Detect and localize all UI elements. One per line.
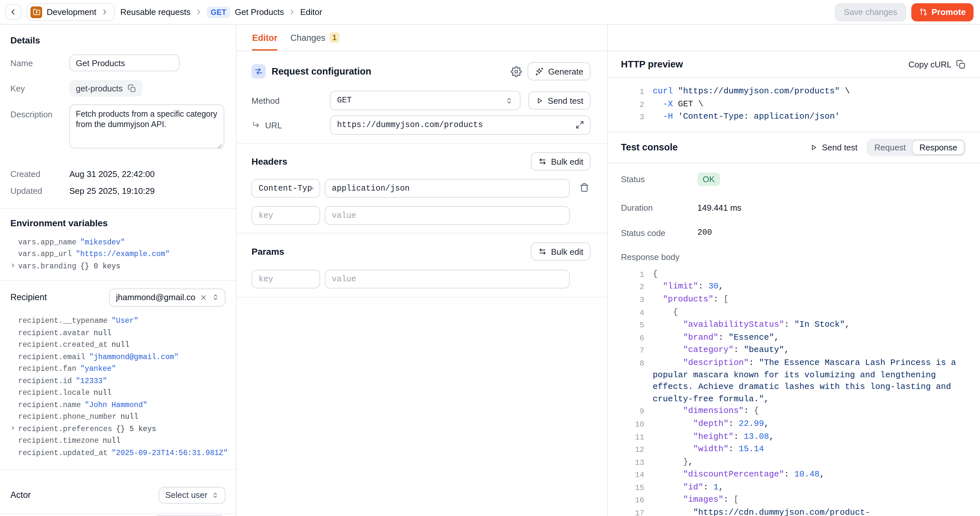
variable-value: null [102,436,120,445]
tab-editor[interactable]: Editor [252,25,277,51]
breadcrumb-project-label: Development [47,7,96,17]
line-number: 3 [627,111,644,124]
generate-button[interactable]: Generate [528,62,590,80]
line-number: 13 [627,456,644,469]
response-tab[interactable]: Response [912,140,964,155]
line-number: 1 [627,86,644,98]
gear-icon [511,66,522,77]
params-bulk-edit-label: Bulk edit [551,247,583,256]
settings-button[interactable] [511,66,522,77]
header-key-input[interactable] [251,206,320,225]
variable-value: {} 0 keys [80,262,120,270]
request-config-title: Request configuration [272,66,371,76]
response-body-label: Response body [621,252,697,262]
header-row-empty [251,206,590,225]
env-var-row: vars.app_name"mikesdev" [10,236,226,248]
clear-icon[interactable] [200,293,207,301]
code-line: 5 "availabilityStatus": "In Stock", [627,319,959,331]
headers-title: Headers [251,156,288,167]
delete-header-button[interactable] [579,183,589,193]
actor-row: Actor Select user [10,486,226,503]
env-var-row[interactable]: ›vars.branding{} 0 keys [10,260,226,272]
recipient-select[interactable]: jhammond@gmail.com [109,288,226,306]
git-promote-icon [920,8,928,16]
copy-icon [956,59,966,69]
preview-panel: HTTP preview Copy cURL 1curl "https://du… [608,25,980,516]
details-sidebar: Details Name Key get-products Descript [0,25,237,516]
send-test-button[interactable]: Send test [528,91,590,110]
header-value-input[interactable] [325,179,570,198]
line-number: 8 [627,357,644,406]
variable-key: recipient.preferences [18,425,112,433]
divider [237,297,607,298]
recipient-attr-row: recipient.email"jhammond@gmail.com" [10,351,226,363]
params-bulk-edit-button[interactable]: Bulk edit [531,242,590,261]
header-value-input[interactable] [325,206,570,225]
duration-row: Duration 149.441 ms [621,203,966,213]
description-label: Description [10,104,69,119]
header-key-input[interactable] [251,179,320,198]
copy-key-button[interactable] [128,84,137,92]
breadcrumb-section[interactable]: Reusable requests [120,7,191,17]
header-strip [608,25,980,51]
recipient-attr-row: recipient.avatarnull [10,327,226,339]
promote-label: Promote [932,7,966,17]
status-badge: OK [697,172,720,186]
save-changes-button[interactable]: Save changes [835,3,907,21]
changes-count-badge: 1 [329,32,340,43]
variable-key: recipient.timezone [18,436,99,445]
headers-bulk-edit-label: Bulk edit [551,156,583,166]
actor-select[interactable]: Select user [159,486,226,503]
method-select[interactable]: GET [330,91,520,110]
recipient-selected-value: jhammond@gmail.com [116,292,196,302]
back-button[interactable] [5,4,21,20]
created-label: Created [10,169,69,179]
request-tab[interactable]: Request [868,140,912,155]
recipient-attr-row: recipient.name"John Hammond" [10,399,226,411]
chevron-up-down-icon [505,96,513,105]
recipient-attr-row: recipient.created_atnull [10,339,226,351]
line-number: 2 [627,98,644,111]
description-textarea[interactable]: Fetch products from a specific category … [69,104,224,148]
expand-icon[interactable] [575,120,585,130]
play-icon [810,143,818,152]
variable-value: "mikesdev" [80,238,125,246]
variable-key: recipient.fan [18,365,76,373]
transfer-icon [538,247,547,256]
recipient-label: Recipient [10,292,47,302]
variable-value: "https://example.com" [76,250,170,258]
variable-value: "User" [111,317,138,325]
url-label: URL [265,120,282,130]
code-line: 17 "https://cdn.dummyjson.com/product-im… [627,507,959,516]
line-number: 9 [627,406,644,418]
breadcrumb-request[interactable]: Get Products [235,7,284,17]
code-line: 10 "depth": 22.99, [627,418,959,431]
request-response-toggle: Request Response [867,139,966,156]
breadcrumb-page: Editor [300,7,322,17]
breadcrumb-project[interactable]: Development [27,3,115,21]
copy-curl-button[interactable]: Copy cURL [908,59,966,69]
params-title: Params [251,246,284,257]
divider [237,233,607,233]
variable-key: recipient.id [18,377,72,385]
top-bar: Development Reusable requests GET Get Pr… [0,0,980,25]
status-row: Status OK [621,172,966,186]
console-send-test-button[interactable]: Send test [810,143,858,152]
url-input[interactable] [330,115,590,135]
generate-label: Generate [548,67,583,76]
status-code-row: Status code 200 [621,228,966,238]
swap-arrows-icon [251,64,266,78]
recipient-attr-row[interactable]: ›recipient.preferences{} 5 keys [10,423,226,435]
status-code-value: 200 [697,228,712,237]
tab-changes[interactable]: Changes 1 [290,25,340,51]
updated-value: Sep 25 2025, 19:10:29 [69,186,154,196]
name-input[interactable] [69,54,180,71]
param-key-input[interactable] [251,270,320,288]
headers-bulk-edit-button[interactable]: Bulk edit [531,152,590,170]
promote-button[interactable]: Promote [912,3,974,21]
test-console-results: Status OK Duration 149.441 ms Status cod… [608,172,980,262]
test-console-title: Test console [621,142,678,153]
created-value: Aug 31 2025, 22:42:00 [69,169,154,179]
param-value-input[interactable] [325,270,570,288]
code-line: 4 { [627,306,959,319]
